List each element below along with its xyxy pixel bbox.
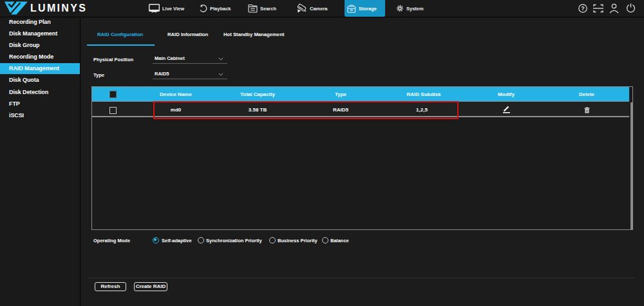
svg-text:?: ? xyxy=(581,5,585,12)
